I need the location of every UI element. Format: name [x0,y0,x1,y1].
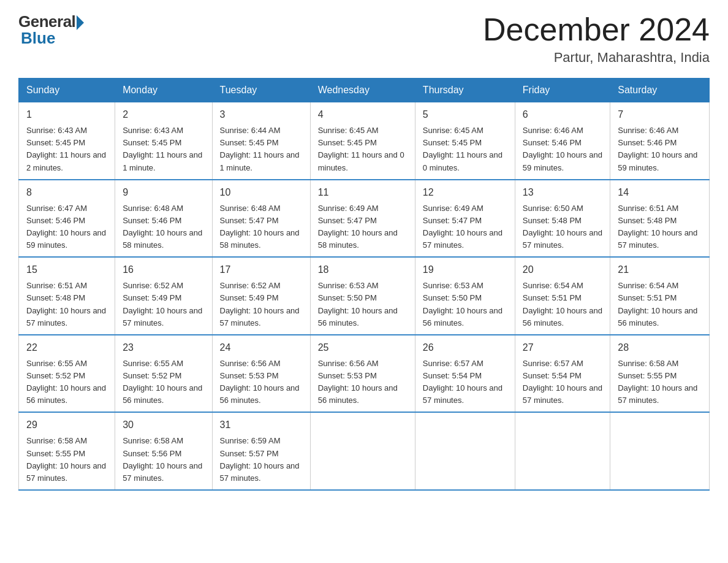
calendar-week-row: 15 Sunrise: 6:51 AMSunset: 5:48 PMDaylig… [19,257,710,335]
calendar-subtitle: Partur, Maharashtra, India [483,50,710,66]
day-info: Sunrise: 6:44 AMSunset: 5:45 PMDaylight:… [220,124,303,174]
day-number: 16 [123,262,204,277]
calendar-day-cell: 26 Sunrise: 6:57 AMSunset: 5:54 PMDaylig… [415,335,515,413]
calendar-day-cell: 28 Sunrise: 6:58 AMSunset: 5:55 PMDaylig… [610,335,710,413]
day-info: Sunrise: 6:59 AMSunset: 5:57 PMDaylight:… [220,435,303,484]
calendar-day-cell: 7 Sunrise: 6:46 AMSunset: 5:46 PMDayligh… [610,102,710,180]
day-number: 31 [220,418,303,432]
calendar-day-cell: 8 Sunrise: 6:47 AMSunset: 5:46 PMDayligh… [19,180,115,258]
calendar-day-cell: 6 Sunrise: 6:46 AMSunset: 5:46 PMDayligh… [515,102,610,180]
day-info: Sunrise: 6:53 AMSunset: 5:50 PMDaylight:… [318,280,408,329]
calendar-day-cell: 5 Sunrise: 6:45 AMSunset: 5:45 PMDayligh… [415,102,515,180]
calendar-day-cell: 1 Sunrise: 6:43 AMSunset: 5:45 PMDayligh… [19,102,115,180]
day-number: 6 [523,107,602,122]
header-saturday: Saturday [610,79,710,102]
day-info: Sunrise: 6:53 AMSunset: 5:50 PMDaylight:… [423,280,507,329]
calendar-day-cell: 14 Sunrise: 6:51 AMSunset: 5:48 PMDaylig… [610,180,710,258]
calendar-day-cell: 18 Sunrise: 6:53 AMSunset: 5:50 PMDaylig… [310,257,415,335]
calendar-day-cell: 31 Sunrise: 6:59 AMSunset: 5:57 PMDaylig… [212,412,310,490]
calendar-day-cell: 15 Sunrise: 6:51 AMSunset: 5:48 PMDaylig… [19,257,115,335]
calendar-day-cell: 2 Sunrise: 6:43 AMSunset: 5:45 PMDayligh… [115,102,212,180]
day-info: Sunrise: 6:49 AMSunset: 5:47 PMDaylight:… [423,202,507,252]
calendar-day-cell: 11 Sunrise: 6:49 AMSunset: 5:47 PMDaylig… [310,180,415,258]
header-thursday: Thursday [415,79,515,102]
header-tuesday: Tuesday [212,79,310,102]
logo: General Blue [18,12,84,48]
day-number: 24 [220,340,303,355]
day-number: 26 [423,340,507,355]
calendar-day-cell: 9 Sunrise: 6:48 AMSunset: 5:46 PMDayligh… [115,180,212,258]
day-number: 13 [523,185,602,200]
day-number: 1 [26,107,107,122]
day-number: 12 [423,185,507,200]
day-number: 21 [618,262,702,277]
calendar-day-cell: 22 Sunrise: 6:55 AMSunset: 5:52 PMDaylig… [19,335,115,413]
day-info: Sunrise: 6:46 AMSunset: 5:46 PMDaylight:… [523,124,602,174]
day-number: 19 [423,262,507,277]
day-number: 7 [618,107,702,122]
day-number: 4 [318,107,408,122]
day-info: Sunrise: 6:58 AMSunset: 5:56 PMDaylight:… [123,435,204,484]
logo-blue-text: Blue [21,29,55,48]
calendar-day-cell [515,412,610,490]
day-info: Sunrise: 6:50 AMSunset: 5:48 PMDaylight:… [523,202,602,252]
day-number: 25 [318,340,408,355]
day-info: Sunrise: 6:58 AMSunset: 5:55 PMDaylight:… [26,435,107,484]
day-number: 8 [26,185,107,200]
day-info: Sunrise: 6:52 AMSunset: 5:49 PMDaylight:… [123,280,204,329]
day-info: Sunrise: 6:54 AMSunset: 5:51 PMDaylight:… [523,280,602,329]
header-sunday: Sunday [19,79,115,102]
day-info: Sunrise: 6:57 AMSunset: 5:54 PMDaylight:… [523,358,602,407]
day-number: 27 [523,340,602,355]
calendar-day-cell: 25 Sunrise: 6:56 AMSunset: 5:53 PMDaylig… [310,335,415,413]
header-monday: Monday [115,79,212,102]
calendar-week-row: 8 Sunrise: 6:47 AMSunset: 5:46 PMDayligh… [19,180,710,258]
calendar-day-cell: 27 Sunrise: 6:57 AMSunset: 5:54 PMDaylig… [515,335,610,413]
calendar-day-cell: 3 Sunrise: 6:44 AMSunset: 5:45 PMDayligh… [212,102,310,180]
day-number: 15 [26,262,107,277]
day-info: Sunrise: 6:47 AMSunset: 5:46 PMDaylight:… [26,202,107,252]
day-number: 3 [220,107,303,122]
calendar-table: Sunday Monday Tuesday Wednesday Thursday… [18,78,710,491]
calendar-day-cell: 20 Sunrise: 6:54 AMSunset: 5:51 PMDaylig… [515,257,610,335]
calendar-day-cell: 16 Sunrise: 6:52 AMSunset: 5:49 PMDaylig… [115,257,212,335]
day-info: Sunrise: 6:45 AMSunset: 5:45 PMDaylight:… [423,124,507,174]
calendar-day-cell: 23 Sunrise: 6:55 AMSunset: 5:52 PMDaylig… [115,335,212,413]
day-number: 17 [220,262,303,277]
day-info: Sunrise: 6:49 AMSunset: 5:47 PMDaylight:… [318,202,408,252]
day-number: 23 [123,340,204,355]
calendar-day-cell: 21 Sunrise: 6:54 AMSunset: 5:51 PMDaylig… [610,257,710,335]
day-number: 22 [26,340,107,355]
calendar-day-cell: 29 Sunrise: 6:58 AMSunset: 5:55 PMDaylig… [19,412,115,490]
day-number: 9 [123,185,204,200]
day-number: 28 [618,340,702,355]
calendar-body: 1 Sunrise: 6:43 AMSunset: 5:45 PMDayligh… [19,102,710,490]
day-info: Sunrise: 6:55 AMSunset: 5:52 PMDaylight:… [26,358,107,407]
day-number: 14 [618,185,702,200]
day-info: Sunrise: 6:46 AMSunset: 5:46 PMDaylight:… [618,124,702,174]
calendar-header: Sunday Monday Tuesday Wednesday Thursday… [19,79,710,102]
day-number: 18 [318,262,408,277]
day-info: Sunrise: 6:43 AMSunset: 5:45 PMDaylight:… [123,124,204,174]
calendar-day-cell: 13 Sunrise: 6:50 AMSunset: 5:48 PMDaylig… [515,180,610,258]
calendar-day-cell: 10 Sunrise: 6:48 AMSunset: 5:47 PMDaylig… [212,180,310,258]
calendar-day-cell: 12 Sunrise: 6:49 AMSunset: 5:47 PMDaylig… [415,180,515,258]
day-info: Sunrise: 6:52 AMSunset: 5:49 PMDaylight:… [220,280,303,329]
day-info: Sunrise: 6:51 AMSunset: 5:48 PMDaylight:… [26,280,107,329]
day-info: Sunrise: 6:56 AMSunset: 5:53 PMDaylight:… [220,358,303,407]
day-info: Sunrise: 6:56 AMSunset: 5:53 PMDaylight:… [318,358,408,407]
header-row: Sunday Monday Tuesday Wednesday Thursday… [19,79,710,102]
calendar-week-row: 29 Sunrise: 6:58 AMSunset: 5:55 PMDaylig… [19,412,710,490]
day-info: Sunrise: 6:45 AMSunset: 5:45 PMDaylight:… [318,124,408,174]
calendar-title: December 2024 [483,12,710,47]
calendar-day-cell: 30 Sunrise: 6:58 AMSunset: 5:56 PMDaylig… [115,412,212,490]
logo-triangle-icon [77,15,84,30]
day-info: Sunrise: 6:51 AMSunset: 5:48 PMDaylight:… [618,202,702,252]
day-info: Sunrise: 6:43 AMSunset: 5:45 PMDaylight:… [26,124,107,174]
calendar-day-cell: 24 Sunrise: 6:56 AMSunset: 5:53 PMDaylig… [212,335,310,413]
page-header: General Blue December 2024 Partur, Mahar… [18,12,710,66]
day-number: 10 [220,185,303,200]
day-info: Sunrise: 6:57 AMSunset: 5:54 PMDaylight:… [423,358,507,407]
day-info: Sunrise: 6:58 AMSunset: 5:55 PMDaylight:… [618,358,702,407]
calendar-day-cell: 17 Sunrise: 6:52 AMSunset: 5:49 PMDaylig… [212,257,310,335]
